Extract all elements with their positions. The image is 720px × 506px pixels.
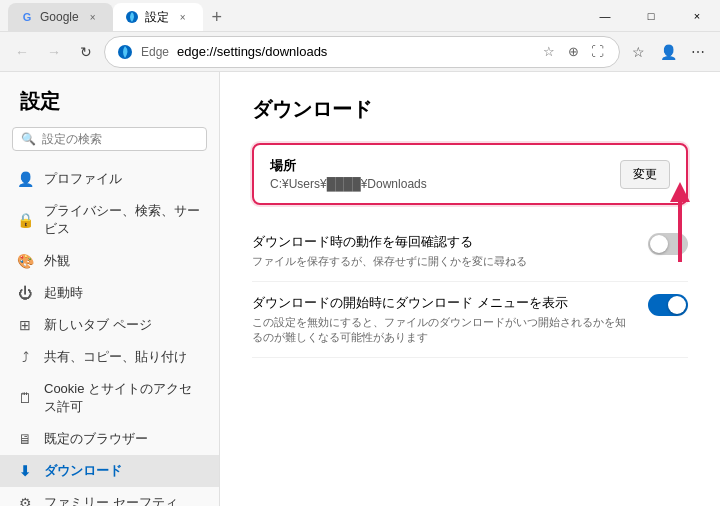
sidebar-item-default[interactable]: 🖥 既定のブラウザー (0, 423, 219, 455)
location-card: 場所 C:¥Users¥████¥Downloads 変更 (252, 143, 688, 205)
sidebar-item-cookies[interactable]: 🗒 Cookie とサイトのアクセス許可 (0, 373, 219, 423)
toggle-menu[interactable] (648, 294, 688, 316)
cookies-icon: 🗒 (16, 389, 34, 407)
close-button[interactable]: × (674, 0, 720, 32)
profile-icon: 👤 (16, 170, 34, 188)
maximize-button[interactable]: □ (628, 0, 674, 32)
sidebar-item-share[interactable]: ⤴ 共有、コピー、貼り付け (0, 341, 219, 373)
sidebar-item-label: ファミリー セーフティ (44, 494, 178, 506)
address-box[interactable]: Edge edge://settings/downloads ☆ ⊕ ⛶ (104, 36, 620, 68)
address-url: edge://settings/downloads (177, 44, 531, 59)
titlebar: G Google × 設定 × + — □ × (0, 0, 720, 32)
sidebar-item-appearance[interactable]: 🎨 外観 (0, 245, 219, 277)
content-area: ダウンロード 場所 C:¥Users¥████¥Downloads 変更 ダウン… (220, 72, 720, 506)
sidebar-item-label: 新しいタブ ページ (44, 316, 152, 334)
startup-icon: ⏻ (16, 284, 34, 302)
sidebar-item-label: 既定のブラウザー (44, 430, 148, 448)
setting-row-confirm: ダウンロード時の動作を毎回確認する ファイルを保存するが、保存せずに開くかを変に… (252, 221, 688, 282)
settings-favicon (125, 10, 139, 24)
sidebar-item-profile[interactable]: 👤 プロファイル (0, 163, 219, 195)
setting-menu-text: ダウンロードの開始時にダウンロード メニューを表示 この設定を無効にすると、ファ… (252, 294, 632, 345)
toggle-confirm-thumb (650, 235, 668, 253)
google-favicon: G (20, 10, 34, 24)
search-icon: 🔍 (21, 132, 36, 146)
sidebar-item-newtab[interactable]: ⊞ 新しいタブ ページ (0, 309, 219, 341)
setting-menu-label: ダウンロードの開始時にダウンロード メニューを表示 (252, 294, 632, 312)
change-location-button[interactable]: 変更 (620, 160, 670, 189)
screenshare-icon[interactable]: ⛶ (587, 42, 607, 62)
edge-label: Edge (141, 45, 169, 59)
default-icon: 🖥 (16, 430, 34, 448)
addressbar: ← → ↻ Edge edge://settings/downloads ☆ ⊕… (0, 32, 720, 72)
titlebar-tabs: G Google × 設定 × + (8, 0, 582, 31)
page-title: ダウンロード (252, 96, 688, 123)
sidebar-item-label: プライバシー、検索、サービス (44, 202, 203, 238)
sidebar-title: 設定 (0, 84, 219, 127)
minimize-button[interactable]: — (582, 0, 628, 32)
sidebar-search-input[interactable] (42, 132, 198, 146)
address-icons: ☆ ⊕ ⛶ (539, 42, 607, 62)
sidebar-item-label: 起動時 (44, 284, 83, 302)
newtab-icon: ⊞ (16, 316, 34, 334)
tab-settings-close[interactable]: × (175, 9, 191, 25)
sidebar-item-label: 共有、コピー、貼り付け (44, 348, 187, 366)
setting-confirm-label: ダウンロード時の動作を毎回確認する (252, 233, 632, 251)
sidebar-item-downloads[interactable]: ⬇ ダウンロード (0, 455, 219, 487)
account-icon[interactable]: 👤 (654, 38, 682, 66)
toggle-menu-thumb (668, 296, 686, 314)
favorites-btn[interactable]: ☆ (624, 38, 652, 66)
family-icon: ⚙ (16, 494, 34, 506)
setting-confirm-desc: ファイルを保存するが、保存せずに開くかを変に尋ねる (252, 254, 632, 269)
sidebar-item-label: プロファイル (44, 170, 122, 188)
sidebar-item-label: Cookie とサイトのアクセス許可 (44, 380, 203, 416)
tab-google[interactable]: G Google × (8, 3, 113, 31)
appearance-icon: 🎨 (16, 252, 34, 270)
downloads-icon: ⬇ (16, 462, 34, 480)
collections-icon[interactable]: ⊕ (563, 42, 583, 62)
toolbar-icons: ☆ 👤 ⋯ (624, 38, 712, 66)
back-button[interactable]: ← (8, 38, 36, 66)
tab-google-label: Google (40, 10, 79, 24)
sidebar-item-label: ダウンロード (44, 462, 122, 480)
sidebar-item-family[interactable]: ⚙ ファミリー セーフティ (0, 487, 219, 506)
setting-menu-desc: この設定を無効にすると、ファイルのダウンロードがいつ開始されるかを知るのが難しく… (252, 315, 632, 345)
refresh-button[interactable]: ↻ (72, 38, 100, 66)
sidebar-search-box[interactable]: 🔍 (12, 127, 207, 151)
favorites-icon[interactable]: ☆ (539, 42, 559, 62)
tab-settings-label: 設定 (145, 9, 169, 26)
toggle-confirm[interactable] (648, 233, 688, 255)
sidebar-item-privacy[interactable]: 🔒 プライバシー、検索、サービス (0, 195, 219, 245)
setting-row-menu: ダウンロードの開始時にダウンロード メニューを表示 この設定を無効にすると、ファ… (252, 282, 688, 358)
sidebar-item-label: 外観 (44, 252, 70, 270)
tab-google-close[interactable]: × (85, 9, 101, 25)
settings-more-btn[interactable]: ⋯ (684, 38, 712, 66)
edge-logo (117, 44, 133, 60)
tab-settings[interactable]: 設定 × (113, 3, 203, 31)
main-layout: 設定 🔍 👤 プロファイル 🔒 プライバシー、検索、サービス 🎨 外観 ⏻ 起動… (0, 72, 720, 506)
location-label: 場所 (270, 157, 427, 175)
location-path: C:¥Users¥████¥Downloads (270, 177, 427, 191)
new-tab-button[interactable]: + (203, 3, 231, 31)
sidebar-item-startup[interactable]: ⏻ 起動時 (0, 277, 219, 309)
location-info: 場所 C:¥Users¥████¥Downloads (270, 157, 427, 191)
forward-button[interactable]: → (40, 38, 68, 66)
window-controls: — □ × (582, 0, 720, 32)
privacy-icon: 🔒 (16, 211, 34, 229)
sidebar: 設定 🔍 👤 プロファイル 🔒 プライバシー、検索、サービス 🎨 外観 ⏻ 起動… (0, 72, 220, 506)
share-icon: ⤴ (16, 348, 34, 366)
setting-confirm-text: ダウンロード時の動作を毎回確認する ファイルを保存するが、保存せずに開くかを変に… (252, 233, 632, 269)
